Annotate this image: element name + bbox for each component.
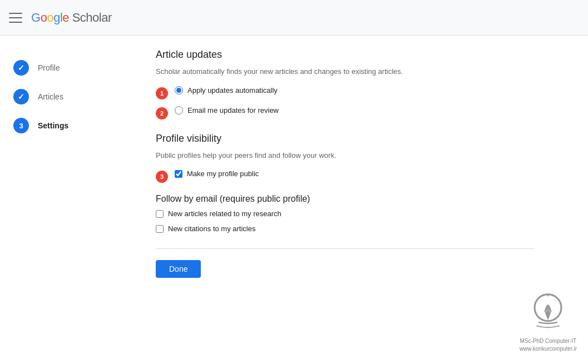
- follow-by-email-section: Follow by email (requires public profile…: [156, 194, 534, 233]
- article-updates-title: Article updates: [156, 49, 534, 61]
- checkbox-new-citations[interactable]: [156, 225, 164, 233]
- num-badge-2: 2: [156, 107, 168, 119]
- done-button[interactable]: Done: [156, 260, 201, 278]
- header: Google Scholar: [0, 0, 588, 36]
- sidebar-label-profile: Profile: [38, 63, 60, 72]
- follow-options: New articles related to my research New …: [156, 210, 534, 233]
- option-row-auto: 1 Apply updates automatically: [156, 86, 534, 99]
- checkbox-new-articles-label[interactable]: New articles related to my research: [156, 210, 534, 218]
- sidebar: ✓ Profile ✓ Articles 3 Settings: [0, 49, 134, 351]
- menu-icon[interactable]: [9, 11, 22, 24]
- radio-email[interactable]: [175, 106, 183, 114]
- watermark-text-line1: MSc-PhD Computer-IT: [520, 337, 577, 345]
- num-badge-3: 3: [156, 171, 168, 183]
- num-badge-1: 1: [156, 87, 168, 99]
- sidebar-label-settings: Settings: [38, 121, 68, 130]
- content-area: Article updates Scholar automatically fi…: [134, 49, 556, 351]
- watermark: MSc-PhD Computer-IT www.konkurcomputer.i…: [520, 289, 577, 353]
- checkbox-public[interactable]: [175, 170, 182, 178]
- separator: [156, 248, 534, 249]
- main-layout: ✓ Profile ✓ Articles 3 Settings Article …: [0, 36, 588, 364]
- profile-visibility-desc: Public profiles help your peers find and…: [156, 150, 534, 161]
- watermark-text-line2: www.konkurcomputer.ir: [520, 345, 577, 353]
- step-circle-profile: ✓: [13, 60, 29, 76]
- logo: Google Scholar: [31, 11, 112, 25]
- follow-by-email-title: Follow by email (requires public profile…: [156, 194, 534, 204]
- sidebar-label-articles: Articles: [38, 92, 63, 101]
- checkbox-new-citations-label[interactable]: New citations to my articles: [156, 225, 534, 233]
- checkbox-public-label[interactable]: Make my profile public: [175, 169, 259, 178]
- radio-email-label[interactable]: Email me updates for review: [175, 106, 279, 114]
- article-updates-desc: Scholar automatically finds your new art…: [156, 66, 534, 77]
- sidebar-item-settings[interactable]: 3 Settings: [0, 111, 134, 140]
- option-row-public: 3 Make my profile public: [156, 169, 534, 183]
- step-circle-articles: ✓: [13, 89, 29, 104]
- option-row-email: 2 Email me updates for review: [156, 106, 534, 119]
- sidebar-item-articles[interactable]: ✓ Articles: [0, 82, 134, 111]
- step-circle-settings: 3: [13, 118, 29, 133]
- radio-auto-label[interactable]: Apply updates automatically: [175, 86, 278, 94]
- sidebar-item-profile[interactable]: ✓ Profile: [0, 53, 134, 82]
- profile-visibility-title: Profile visibility: [156, 133, 534, 144]
- watermark-logo-svg: [526, 289, 570, 333]
- checkbox-new-articles[interactable]: [156, 210, 164, 218]
- profile-visibility-section: Profile visibility Public profiles help …: [156, 133, 534, 183]
- radio-auto[interactable]: [175, 86, 183, 94]
- article-updates-section: Article updates Scholar automatically fi…: [156, 49, 534, 119]
